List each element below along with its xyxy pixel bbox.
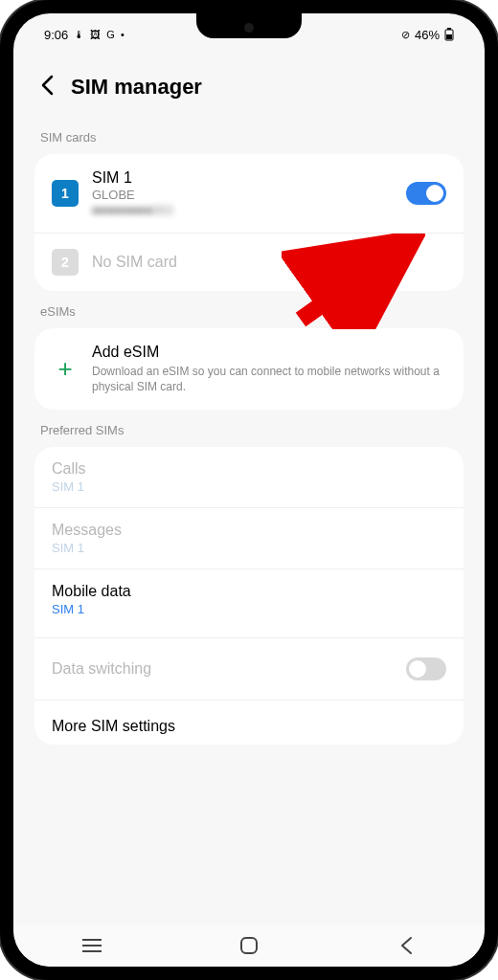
screen: 9:06 🌡 🖼 G • ⊘ 46% SIM manager SIM cards — [13, 13, 485, 967]
nav-back-button[interactable] — [358, 936, 454, 955]
data-switching-title: Data switching — [52, 660, 151, 678]
nav-recents-button[interactable] — [44, 938, 140, 953]
status-google-icon: G — [106, 29, 115, 40]
more-sim-settings-title: More SIM settings — [52, 718, 175, 734]
data-switching-toggle — [406, 657, 446, 680]
esims-card: + Add eSIM Download an eSIM so you can c… — [34, 328, 464, 410]
sim1-row[interactable]: 1 SIM 1 GLOBE ■■■■■■■■053 — [34, 154, 464, 233]
add-esim-title: Add eSIM — [92, 344, 446, 361]
sim1-carrier: GLOBE — [92, 188, 393, 202]
page-title: SIM manager — [71, 75, 202, 100]
sim2-row: 2 No SIM card — [34, 233, 464, 291]
plus-icon: + — [52, 356, 79, 383]
status-time: 9:06 — [44, 28, 68, 42]
sim1-toggle[interactable] — [406, 182, 446, 205]
mobile-data-value: SIM 1 — [52, 602, 446, 616]
messages-title: Messages — [52, 522, 446, 539]
do-not-disturb-icon: ⊘ — [401, 29, 410, 41]
status-dot-icon: • — [121, 29, 124, 40]
add-esim-row[interactable]: + Add eSIM Download an eSIM so you can c… — [34, 328, 464, 410]
preferred-sims-section-label: Preferred SIMs — [34, 410, 464, 447]
phone-frame: 9:06 🌡 🖼 G • ⊘ 46% SIM manager SIM cards — [0, 0, 498, 980]
calls-title: Calls — [52, 460, 446, 478]
add-esim-desc: Download an eSIM so you can connect to m… — [92, 364, 446, 394]
status-gallery-icon: 🖼 — [90, 29, 101, 40]
more-sim-settings-row[interactable]: More SIM settings — [34, 700, 464, 745]
sim1-title: SIM 1 — [92, 169, 393, 187]
navigation-bar — [13, 924, 485, 967]
sim2-title: No SIM card — [92, 254, 446, 271]
nav-home-button[interactable] — [201, 936, 297, 955]
svg-rect-1 — [447, 28, 451, 30]
battery-icon — [444, 28, 454, 41]
svg-rect-8 — [241, 938, 257, 953]
back-button[interactable] — [40, 75, 54, 100]
calls-value: SIM 1 — [52, 479, 446, 494]
svg-rect-2 — [446, 34, 452, 39]
status-battery: 46% — [415, 28, 440, 42]
page-header: SIM manager — [13, 56, 485, 117]
messages-value: SIM 1 — [52, 541, 446, 555]
esims-section-label: eSIMs — [34, 291, 464, 328]
data-switching-row: Data switching — [34, 637, 464, 700]
mobile-data-title: Mobile data — [52, 583, 446, 600]
mobile-data-row[interactable]: Mobile data SIM 1 — [34, 568, 464, 630]
sim1-badge-icon: 1 — [52, 180, 79, 207]
status-temp-icon: 🌡 — [74, 29, 84, 40]
sim2-badge-icon: 2 — [52, 249, 79, 276]
messages-row[interactable]: Messages SIM 1 — [34, 507, 464, 568]
preferred-sims-card: Calls SIM 1 Messages SIM 1 Mobile data S… — [34, 447, 464, 745]
chevron-left-icon — [40, 75, 54, 96]
calls-row[interactable]: Calls SIM 1 — [34, 447, 464, 507]
notch — [196, 13, 302, 38]
sim-cards-card: 1 SIM 1 GLOBE ■■■■■■■■053 2 No SIM card — [34, 154, 464, 291]
sim1-number: ■■■■■■■■053 — [92, 203, 393, 217]
sim-cards-section-label: SIM cards — [34, 117, 464, 154]
